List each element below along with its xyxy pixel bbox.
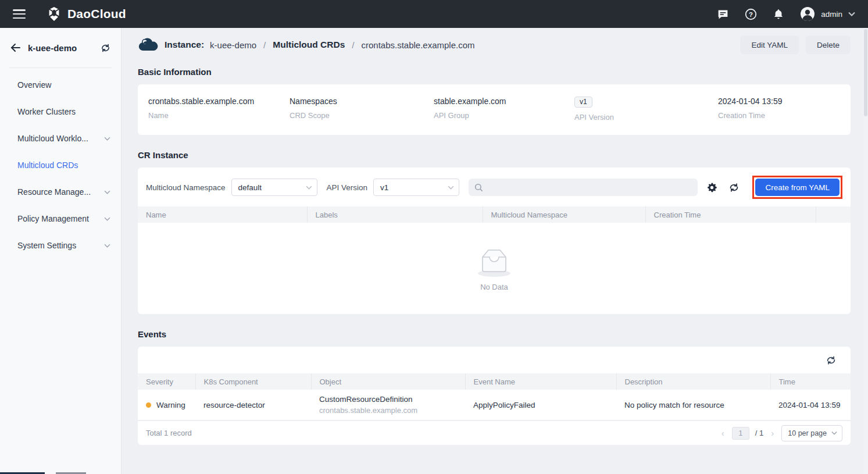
sidebar-item-multicloud-workloads[interactable]: Multicloud Worklo... <box>0 125 121 152</box>
events-card: Severity K8s Component Object Event Name… <box>138 347 851 445</box>
svg-text:?: ? <box>749 10 753 17</box>
chat-icon[interactable] <box>716 8 729 20</box>
cloud-icon <box>138 38 159 52</box>
vertical-scrollbar[interactable] <box>863 28 868 474</box>
topbar: DaoCloud ? admin <box>0 0 868 28</box>
event-name-cell: ApplyPolicyFailed <box>465 390 616 420</box>
main-content: Instance: k-uee-demo / Multicloud CRDs /… <box>122 28 868 474</box>
sidebar-item-system-settings[interactable]: System Settings <box>0 232 121 259</box>
sidebar-item-overview[interactable]: Overview <box>0 72 121 98</box>
ev-col-component: K8s Component <box>195 373 311 390</box>
cr-refresh-icon[interactable] <box>726 179 742 195</box>
no-data-inbox-icon <box>472 245 516 279</box>
cr-col-creation-time: Creation Time <box>645 206 816 223</box>
delete-button[interactable]: Delete <box>806 35 851 54</box>
create-from-yaml-button[interactable]: Create from YAML <box>755 179 840 196</box>
event-time-cell: 2024-01-04 13:59 <box>770 390 851 420</box>
avatar <box>800 6 815 22</box>
pagination-total: Total 1 record <box>146 429 192 437</box>
annotation-highlight-box: Create from YAML <box>752 176 842 199</box>
sidebar-menu: Overview Worker Clusters Multicloud Work… <box>0 68 121 259</box>
chevron-down-icon <box>831 431 837 435</box>
cr-instance-table: Name Labels Multicloud Namespace Creatio… <box>138 206 851 223</box>
pagination-next-icon[interactable]: › <box>769 428 776 438</box>
breadcrumb-instance[interactable]: k-uee-demo <box>210 40 256 50</box>
chevron-down-icon <box>306 186 312 190</box>
warning-dot-icon <box>146 402 151 408</box>
brand-name: DaoCloud <box>67 7 126 21</box>
cr-col-namespace: Multicloud Namespace <box>483 206 645 223</box>
breadcrumb: Instance: k-uee-demo / Multicloud CRDs /… <box>138 28 851 62</box>
cluster-title: k-uee-demo <box>28 43 94 53</box>
pagination-prev-icon[interactable]: ‹ <box>720 428 726 438</box>
cr-instance-title: CR Instance <box>138 150 851 160</box>
ev-col-severity: Severity <box>138 373 195 390</box>
field-crd-scope: Namespaces CRD Scope <box>290 97 434 122</box>
pagination-page-input[interactable]: 1 <box>732 427 749 440</box>
no-data-label: No Data <box>480 283 508 291</box>
brand[interactable]: DaoCloud <box>47 6 126 22</box>
pagination: Total 1 record ‹ 1 / 1 › 10 per page <box>138 420 851 445</box>
namespace-filter-label: Multicloud Namespace <box>146 183 226 192</box>
event-severity-cell: Warning <box>138 390 195 420</box>
username-label: admin <box>821 10 842 19</box>
event-description-cell: No policy match for resource <box>616 390 770 420</box>
cr-filter-bar: Multicloud Namespace default API Version… <box>138 167 851 199</box>
event-row[interactable]: Warning resource-detector CustomResource… <box>138 390 851 420</box>
sidebar-refresh-icon[interactable] <box>101 43 110 53</box>
api-version-select[interactable]: v1 <box>373 179 459 196</box>
cr-col-labels: Labels <box>307 206 483 223</box>
cr-search-input[interactable] <box>487 183 692 192</box>
events-title: Events <box>138 329 851 339</box>
events-toolbar <box>138 347 851 373</box>
chevron-down-icon <box>448 186 454 190</box>
per-page-select[interactable]: 10 per page <box>781 425 842 441</box>
ev-col-event-name: Event Name <box>465 373 616 390</box>
field-api-group: stable.example.com API Group <box>434 97 574 122</box>
breadcrumb-prefix: Instance: <box>165 40 204 50</box>
sidebar-item-worker-clusters[interactable]: Worker Clusters <box>0 98 121 125</box>
events-header-row: Severity K8s Component Object Event Name… <box>138 373 851 390</box>
events-table: Severity K8s Component Object Event Name… <box>138 373 851 420</box>
breadcrumb-current: crontabs.stable.example.com <box>361 40 474 50</box>
api-version-filter-label: API Version <box>327 183 368 192</box>
chevron-down-icon <box>104 244 110 248</box>
breadcrumb-section[interactable]: Multicloud CRDs <box>273 40 345 50</box>
field-api-version: v1 API Version <box>574 97 718 122</box>
sidebar: k-uee-demo Overview Worker Clusters Mult… <box>0 28 122 474</box>
cr-search-box[interactable] <box>469 179 698 196</box>
user-chevron-down-icon <box>848 12 855 16</box>
sidebar-item-policy-management[interactable]: Policy Management <box>0 205 121 232</box>
user-menu[interactable]: admin <box>800 6 855 22</box>
ev-col-description: Description <box>616 373 770 390</box>
cr-col-name: Name <box>138 206 307 223</box>
ev-col-object: Object <box>311 373 465 390</box>
sidebar-item-multicloud-crds[interactable]: Multicloud CRDs <box>0 152 121 179</box>
help-icon[interactable]: ? <box>744 8 757 20</box>
daocloud-logo-icon <box>47 6 62 22</box>
cr-col-actions <box>816 206 851 223</box>
search-icon <box>474 183 483 192</box>
sidebar-item-resource-management[interactable]: Resource Manage... <box>0 179 121 205</box>
cr-empty-state: No Data <box>138 223 851 314</box>
namespace-select[interactable]: default <box>231 179 317 196</box>
ev-col-time: Time <box>770 373 851 390</box>
chevron-down-icon <box>104 190 110 194</box>
back-arrow-icon[interactable] <box>10 43 21 52</box>
chevron-down-icon <box>104 217 110 221</box>
event-object-cell: CustomResourceDefinition crontabs.stable… <box>311 390 465 420</box>
field-name: crontabs.stable.example.com Name <box>148 97 290 122</box>
chevron-down-icon <box>104 137 110 141</box>
notifications-bell-icon[interactable] <box>772 8 785 20</box>
event-component-cell: resource-detector <box>195 390 311 420</box>
basic-information-title: Basic Information <box>138 67 851 77</box>
events-refresh-icon[interactable] <box>823 352 839 368</box>
column-settings-gear-icon[interactable] <box>703 179 720 195</box>
edit-yaml-button[interactable]: Edit YAML <box>740 35 799 54</box>
menu-hamburger-icon[interactable] <box>13 9 26 19</box>
basic-information-card: crontabs.stable.example.com Name Namespa… <box>138 84 851 135</box>
cr-instance-card: Multicloud Namespace default API Version… <box>138 167 851 314</box>
field-creation-time: 2024-01-04 13:59 Creation Time <box>718 97 851 122</box>
pagination-total-pages: / 1 <box>755 429 763 437</box>
cr-table-header-row: Name Labels Multicloud Namespace Creatio… <box>138 206 851 223</box>
